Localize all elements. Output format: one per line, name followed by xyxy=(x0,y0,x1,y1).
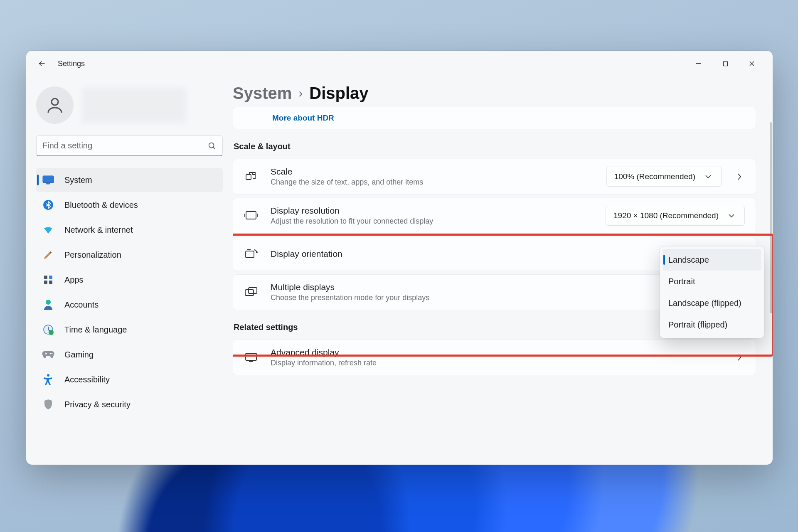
svg-point-10 xyxy=(46,300,51,305)
chevron-down-icon xyxy=(726,214,737,218)
svg-rect-16 xyxy=(246,175,251,180)
maximize-icon xyxy=(723,61,728,66)
sidebar: System Bluetooth & devices Network & int… xyxy=(26,76,233,465)
svg-rect-9 xyxy=(49,281,52,284)
nav-item-personalization[interactable]: Personalization xyxy=(36,243,223,267)
breadcrumb-parent[interactable]: System xyxy=(233,84,292,103)
user-name-redacted xyxy=(82,88,186,123)
scrollbar[interactable] xyxy=(770,122,772,313)
svg-rect-3 xyxy=(43,176,54,183)
paintbrush-icon xyxy=(42,249,54,261)
search-input[interactable] xyxy=(42,141,207,150)
svg-point-12 xyxy=(49,330,54,335)
system-icon xyxy=(42,174,54,186)
resolution-icon xyxy=(244,209,258,223)
accessibility-icon xyxy=(42,373,54,386)
card-desc: Change the size of text, apps, and other… xyxy=(271,178,594,187)
orientation-icon xyxy=(244,247,258,261)
svg-point-14 xyxy=(52,353,53,355)
orientation-option-portrait-flipped[interactable]: Portrait (flipped) xyxy=(663,314,761,335)
select-value: 1920 × 1080 (Recommended) xyxy=(613,211,719,220)
settings-window: Settings xyxy=(26,51,773,465)
close-button[interactable] xyxy=(739,54,765,73)
nav-item-gaming[interactable]: Gaming xyxy=(36,342,223,367)
nav-label: System xyxy=(64,175,92,185)
svg-rect-4 xyxy=(46,183,50,185)
nav-item-time[interactable]: Time & language xyxy=(36,318,223,342)
svg-point-2 xyxy=(209,143,214,148)
nav-item-apps[interactable]: Apps xyxy=(36,268,223,292)
orientation-option-landscape[interactable]: Landscape xyxy=(663,249,761,271)
shield-icon xyxy=(42,398,54,411)
wifi-icon xyxy=(42,224,54,236)
arrow-left-icon xyxy=(37,59,47,68)
nav-label: Time & language xyxy=(64,325,127,335)
minimize-button[interactable] xyxy=(685,54,712,73)
nav-label: Apps xyxy=(64,275,84,285)
back-button[interactable] xyxy=(34,55,50,72)
svg-point-13 xyxy=(50,353,51,355)
chevron-down-icon xyxy=(703,175,714,179)
user-profile[interactable] xyxy=(36,86,223,124)
close-icon xyxy=(749,61,755,66)
breadcrumb: System › Display xyxy=(233,84,756,103)
minimize-icon xyxy=(696,61,702,66)
nav-item-system[interactable]: System xyxy=(36,168,223,192)
card-title: Scale xyxy=(271,167,594,177)
orientation-dropdown: Landscape Portrait Landscape (flipped) P… xyxy=(660,246,764,338)
orientation-option-landscape-flipped[interactable]: Landscape (flipped) xyxy=(663,292,761,314)
gamepad-icon xyxy=(42,348,54,361)
search-box[interactable] xyxy=(36,135,223,156)
nav-item-accounts[interactable]: Accounts xyxy=(36,293,223,317)
nav-label: Privacy & security xyxy=(64,400,131,409)
nav-item-privacy[interactable]: Privacy & security xyxy=(36,392,223,416)
nav-label: Gaming xyxy=(64,350,94,360)
chevron-right-icon[interactable] xyxy=(734,173,745,180)
bluetooth-icon xyxy=(42,199,54,211)
orientation-option-portrait[interactable]: Portrait xyxy=(663,271,761,292)
section-scale-layout: Scale & layout xyxy=(234,142,756,151)
nav-item-accessibility[interactable]: Accessibility xyxy=(36,367,223,392)
svg-point-1 xyxy=(52,99,58,105)
chevron-right-icon[interactable] xyxy=(734,354,745,361)
svg-rect-18 xyxy=(246,251,254,258)
svg-rect-0 xyxy=(723,62,727,66)
svg-rect-20 xyxy=(249,288,257,293)
scale-select[interactable]: 100% (Recommended) xyxy=(606,167,722,187)
nav-label: Accessibility xyxy=(64,375,110,384)
nav-label: Accounts xyxy=(64,300,99,310)
breadcrumb-current: Display xyxy=(309,84,368,103)
multiple-displays-icon xyxy=(244,285,258,299)
chevron-right-icon: › xyxy=(298,86,303,100)
person-icon xyxy=(45,95,65,115)
hdr-more-link[interactable]: More about HDR xyxy=(272,113,334,123)
clock-globe-icon xyxy=(42,323,54,336)
resolution-select[interactable]: 1920 × 1080 (Recommended) xyxy=(606,206,745,226)
accounts-icon xyxy=(42,298,54,311)
window-title: Settings xyxy=(58,59,85,68)
svg-rect-8 xyxy=(44,281,47,284)
svg-rect-6 xyxy=(44,276,47,279)
advanced-display-card[interactable]: Advanced display Display information, re… xyxy=(233,340,756,375)
card-desc: Adjust the resolution to fit your connec… xyxy=(271,217,593,226)
svg-rect-17 xyxy=(246,212,256,219)
hdr-card[interactable]: More about HDR xyxy=(233,107,756,129)
nav-item-network[interactable]: Network & internet xyxy=(36,218,223,242)
scale-card[interactable]: Scale Change the size of text, apps, and… xyxy=(233,159,756,195)
apps-icon xyxy=(42,273,54,286)
search-icon xyxy=(207,141,217,150)
nav-item-bluetooth[interactable]: Bluetooth & devices xyxy=(36,193,223,217)
avatar xyxy=(36,86,74,124)
nav-label: Bluetooth & devices xyxy=(64,200,138,210)
nav-list: System Bluetooth & devices Network & int… xyxy=(36,168,223,416)
nav-label: Network & internet xyxy=(64,225,133,235)
svg-rect-21 xyxy=(246,353,256,360)
monitor-icon xyxy=(244,350,258,365)
resolution-card[interactable]: Display resolution Adjust the resolution… xyxy=(233,198,756,234)
select-value: 100% (Recommended) xyxy=(614,172,695,181)
content-area: System › Display More about HDR Scale & … xyxy=(233,76,773,465)
svg-rect-19 xyxy=(245,290,254,296)
card-title: Display resolution xyxy=(271,206,593,216)
maximize-button[interactable] xyxy=(712,54,739,73)
scale-icon xyxy=(244,170,258,184)
